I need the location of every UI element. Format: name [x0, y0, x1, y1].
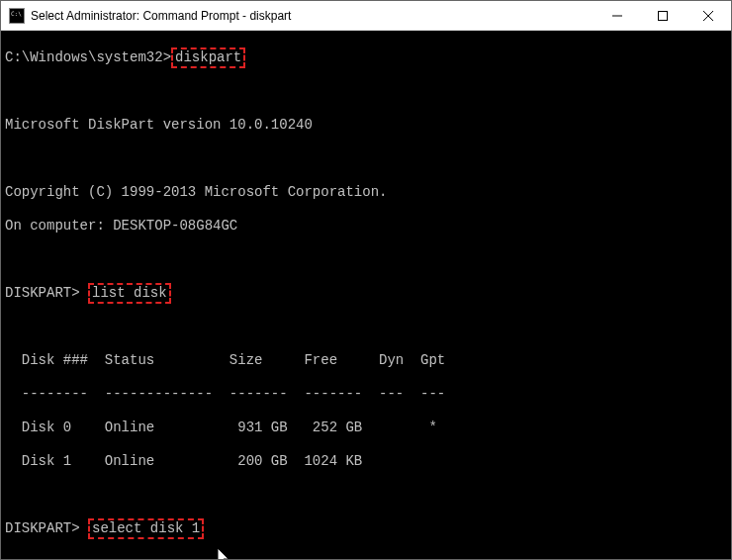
close-icon [703, 11, 713, 21]
minimize-icon [612, 11, 622, 21]
disk-row: Disk 1 Online 200 GB 1024 KB [1, 453, 731, 470]
maximize-icon [658, 11, 668, 21]
diskpart-prompt: DISKPART> [5, 520, 88, 536]
cmd-diskpart: diskpart [171, 47, 245, 68]
svg-rect-1 [659, 11, 668, 20]
blank-line [1, 150, 731, 167]
blank-line [1, 487, 731, 504]
minimize-button[interactable] [595, 1, 640, 30]
window-title: Select Administrator: Command Prompt - d… [31, 9, 291, 23]
blank-line [1, 554, 731, 559]
cmd-list-disk: list disk [88, 283, 171, 304]
version-line: Microsoft DiskPart version 10.0.10240 [1, 117, 731, 134]
disk-table-divider: -------- ------------- ------- ------- -… [1, 386, 731, 403]
close-button[interactable] [686, 1, 731, 30]
diskpart-prompt: DISKPART> [5, 285, 88, 301]
blank-line [1, 251, 731, 268]
blank-line [1, 319, 731, 335]
disk-row: Disk 0 Online 931 GB 252 GB * [1, 420, 731, 436]
cmd-select-disk: select disk 1 [88, 518, 204, 539]
disk-table-header: Disk ### Status Size Free Dyn Gpt [1, 352, 731, 369]
blank-line [1, 83, 731, 100]
terminal-body[interactable]: C:\Windows\system32>diskpart Microsoft D… [1, 31, 731, 559]
computer-line: On computer: DESKTOP-08G84GC [1, 218, 731, 234]
titlebar[interactable]: Select Administrator: Command Prompt - d… [1, 1, 731, 31]
window-frame: Select Administrator: Command Prompt - d… [0, 0, 732, 560]
cmd-icon [9, 8, 25, 24]
prompt-path: C:\Windows\system32> [5, 49, 171, 65]
maximize-button[interactable] [640, 1, 686, 30]
copyright-line: Copyright (C) 1999-2013 Microsoft Corpor… [1, 184, 731, 201]
